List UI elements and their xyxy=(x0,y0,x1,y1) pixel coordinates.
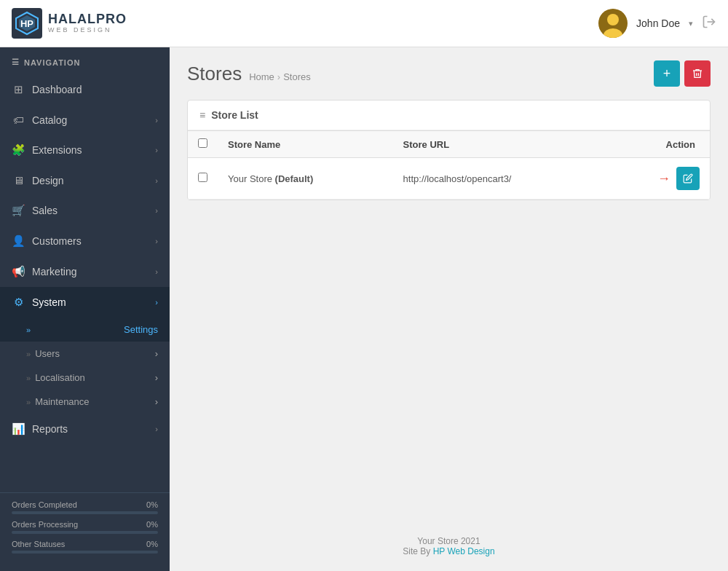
sidebar-item-customers-label: Customers xyxy=(32,235,82,247)
chevron-right-icon: › xyxy=(155,176,158,185)
sidebar-stats: Orders Completed 0% Orders Processing 0% xyxy=(0,492,170,571)
th-action: Action xyxy=(606,131,710,158)
sidebar-item-catalog-label: Catalog xyxy=(32,114,67,126)
title-area: Stores Home › Stores xyxy=(187,63,311,85)
sidebar-subitem-users-label: Users xyxy=(35,348,60,359)
sidebar-subitem-settings-label: Settings xyxy=(124,324,158,335)
stat-orders-completed-label: Orders Completed xyxy=(12,500,77,509)
logo-text: HALALPRO WEB DESIGN xyxy=(48,12,127,34)
stat-other-statuses: Other Statuses 0% xyxy=(12,540,158,554)
sidebar-item-marketing[interactable]: 📢 Marketing › xyxy=(0,256,170,287)
chevron-right-icon: › xyxy=(155,146,158,154)
table-header-row: Store Name Store URL Action xyxy=(188,131,710,158)
action-row: → xyxy=(617,167,700,190)
stat-orders-processing-value: 0% xyxy=(146,520,158,529)
avatar xyxy=(598,9,628,38)
logo: HP HALALPRO WEB DESIGN xyxy=(12,8,127,39)
delete-store-button[interactable] xyxy=(684,60,711,87)
user-dropdown-icon[interactable]: ▾ xyxy=(689,19,693,28)
bullet-icon: » xyxy=(26,398,31,406)
card-title: Store List xyxy=(211,109,258,121)
chevron-right-icon: › xyxy=(155,348,158,359)
footer-siteby: Site By HP Web Design xyxy=(184,546,713,556)
store-default-badge: (Default) xyxy=(275,173,314,184)
sidebar-item-reports[interactable]: 📊 Reports › xyxy=(0,414,170,444)
stat-orders-completed-value: 0% xyxy=(146,500,158,509)
sidebar-item-extensions[interactable]: 🧩 Extensions › xyxy=(0,135,170,165)
dashboard-icon: ⊞ xyxy=(12,83,25,96)
store-list-card: ≡ Store List Store Name Store URL Action xyxy=(187,100,711,200)
brand-sub: WEB DESIGN xyxy=(48,27,127,34)
store-url-cell: http://localhost/opencart3/ xyxy=(393,158,606,200)
select-all-checkbox[interactable] xyxy=(198,138,207,148)
stat-other-statuses-label: Other Statuses xyxy=(12,540,65,548)
sidebar-subitem-maintenance-label: Maintenance xyxy=(35,396,89,407)
chevron-right-icon: › xyxy=(155,372,158,383)
chevron-right-icon: › xyxy=(155,425,158,433)
sidebar-item-sales[interactable]: 🛒 Sales › xyxy=(0,195,170,226)
chevron-right-icon: › xyxy=(155,396,158,407)
th-store-url: Store URL xyxy=(393,131,606,158)
bullet-icon: » xyxy=(26,350,31,358)
catalog-icon: 🏷 xyxy=(12,114,25,126)
sidebar-item-marketing-label: Marketing xyxy=(32,266,76,277)
chevron-right-icon: › xyxy=(155,298,158,307)
brand-name: HALALPRO xyxy=(48,12,127,27)
stat-bar-bg xyxy=(12,511,158,514)
sidebar-item-catalog[interactable]: 🏷 Catalog › xyxy=(0,105,170,135)
sidebar-subitem-users[interactable]: » Users › xyxy=(0,342,170,366)
row-checkbox-cell xyxy=(188,158,218,200)
sidebar-item-design-label: Design xyxy=(32,175,64,186)
th-checkbox xyxy=(188,131,218,158)
logout-icon[interactable] xyxy=(702,15,716,33)
main-layout: ☰ NAVIGATION ⊞ Dashboard 🏷 Catalog › 🧩 E… xyxy=(0,47,728,571)
trash-icon xyxy=(692,68,703,79)
sidebar-item-customers[interactable]: 👤 Customers › xyxy=(0,226,170,256)
sidebar-item-sales-label: Sales xyxy=(32,205,58,216)
sidebar-subitem-maintenance[interactable]: » Maintenance › xyxy=(0,390,170,414)
chevron-right-icon: › xyxy=(155,267,158,276)
system-icon: ⚙ xyxy=(12,296,25,309)
sidebar-item-reports-label: Reports xyxy=(32,423,68,435)
th-store-name: Store Name xyxy=(218,131,393,158)
marketing-icon: 📢 xyxy=(12,265,25,278)
user-name[interactable]: John Doe xyxy=(636,17,680,29)
footer-link[interactable]: HP Web Design xyxy=(433,546,495,556)
chevron-right-icon: › xyxy=(155,116,158,125)
svg-point-5 xyxy=(607,14,619,25)
row-checkbox[interactable] xyxy=(198,173,207,182)
chevron-right-icon: › xyxy=(155,237,158,245)
pencil-icon xyxy=(683,173,693,184)
page-title: Stores xyxy=(187,63,242,85)
sidebar-subitem-settings[interactable]: » Settings xyxy=(0,318,170,342)
topbar: HP HALALPRO WEB DESIGN John Doe ▾ xyxy=(0,0,728,47)
breadcrumb-separator: › xyxy=(277,71,280,82)
stat-bar-bg xyxy=(12,531,158,534)
stores-table: Store Name Store URL Action Your Store (… xyxy=(188,130,710,200)
sidebar-subitem-localisation-label: Localisation xyxy=(35,372,85,383)
reports-icon: 📊 xyxy=(12,422,25,436)
sidebar-item-system[interactable]: ⚙ System › xyxy=(0,287,170,318)
add-store-button[interactable]: + xyxy=(654,60,680,87)
stat-other-statuses-value: 0% xyxy=(146,540,158,548)
customers-icon: 👤 xyxy=(12,235,25,248)
list-icon: ≡ xyxy=(199,109,205,121)
store-name-cell: Your Store (Default) xyxy=(218,158,393,200)
sidebar: ☰ NAVIGATION ⊞ Dashboard 🏷 Catalog › 🧩 E… xyxy=(0,47,170,571)
breadcrumb: Home › Stores xyxy=(249,71,311,82)
action-cell: → xyxy=(606,158,710,200)
header-buttons: + xyxy=(654,60,711,87)
sales-icon: 🛒 xyxy=(12,204,25,217)
arrow-right-icon: → xyxy=(657,171,670,186)
sidebar-subitem-localisation[interactable]: » Localisation › xyxy=(0,366,170,390)
breadcrumb-home[interactable]: Home xyxy=(249,71,274,82)
stat-orders-processing-label: Orders Processing xyxy=(12,520,78,529)
sidebar-item-dashboard[interactable]: ⊞ Dashboard xyxy=(0,74,170,105)
logo-icon: HP xyxy=(12,8,42,39)
nav-label: ☰ NAVIGATION xyxy=(0,47,170,74)
edit-store-button[interactable] xyxy=(676,167,700,190)
svg-text:HP: HP xyxy=(20,18,33,29)
card-header: ≡ Store List xyxy=(188,101,710,130)
stat-orders-processing: Orders Processing 0% xyxy=(12,520,158,534)
sidebar-item-design[interactable]: 🖥 Design › xyxy=(0,165,170,195)
